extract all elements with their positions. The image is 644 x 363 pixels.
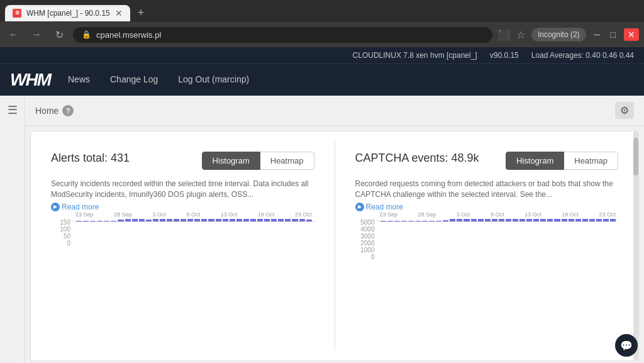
chart-bar xyxy=(547,219,553,221)
chart-bar xyxy=(243,219,249,221)
chart-bar xyxy=(408,221,414,221)
captcha-read-more-icon: ▶ xyxy=(355,203,364,211)
scrollbar[interactable] xyxy=(633,131,638,360)
toolbar-bar: ← → ↻ 🔒 cpanel.mserwis.pl ⬛ ☆ Incognito … xyxy=(0,22,644,47)
browser-close-button[interactable]: ✕ xyxy=(624,28,639,41)
scrollbar-thumb[interactable] xyxy=(633,138,638,176)
menu-icon[interactable]: ☰ xyxy=(8,103,18,117)
chart-bar xyxy=(230,219,235,221)
chart-bar xyxy=(97,221,103,221)
cast-icon[interactable]: ⬛ xyxy=(497,29,510,41)
chart-bar xyxy=(104,221,109,221)
help-icon[interactable]: ? xyxy=(62,105,74,116)
minimize-icon[interactable]: ─ xyxy=(594,30,601,40)
tab-close-button[interactable]: ✕ xyxy=(115,9,123,18)
captcha-x-axis: 23 Sep 28 Sep 3 Oct 8 Oct 13 Oct 18 Oct … xyxy=(377,210,619,219)
chart-bar xyxy=(187,219,193,221)
chart-bar xyxy=(76,221,82,221)
chart-bar xyxy=(422,221,428,221)
version-info: v90.0.15 xyxy=(490,51,519,60)
profile-button[interactable]: Incognito (2) xyxy=(531,28,586,42)
forward-button[interactable]: → xyxy=(28,26,45,43)
chart-bar xyxy=(216,219,221,221)
chart-bar xyxy=(257,219,263,221)
chart-bar xyxy=(499,219,504,221)
chart-bar xyxy=(250,219,256,221)
chart-bar xyxy=(132,219,138,221)
nav-news[interactable]: News xyxy=(65,65,92,94)
chart-bar xyxy=(208,219,214,221)
captcha-card: CAPTCHA events: 48.9k Histogram Heatmap … xyxy=(345,142,629,350)
alerts-x-axis: 23 Sep 28 Sep 3 Oct 8 Oct 13 Oct 18 Oct … xyxy=(73,210,314,219)
chart-bar xyxy=(223,219,228,221)
chart-bar xyxy=(139,219,145,221)
settings-button[interactable]: ⚙ xyxy=(615,102,634,119)
back-button[interactable]: ← xyxy=(5,26,23,43)
tab-title: WHM [cpanel_] - 90.0.15 xyxy=(26,9,110,18)
chart-bar xyxy=(457,219,462,221)
chart-bar xyxy=(278,219,284,221)
chart-bar xyxy=(492,219,497,221)
chart-bar xyxy=(478,219,484,221)
chart-bar xyxy=(174,219,179,221)
captcha-histogram-button[interactable]: Histogram xyxy=(506,152,564,170)
whm-app: CLOUDLINUX 7.8 xen hvm [cpanel_] v90.0.1… xyxy=(0,47,644,363)
chart-bar xyxy=(201,219,207,221)
chart-bar xyxy=(387,221,393,221)
chart-bar xyxy=(306,220,312,221)
chart-bar xyxy=(603,219,609,221)
support-button[interactable]: 💬 xyxy=(615,334,638,357)
active-tab[interactable]: ⚙ WHM [cpanel_] - 90.0.15 ✕ xyxy=(5,5,130,21)
reload-button[interactable]: ↻ xyxy=(50,26,68,43)
chart-bar xyxy=(125,219,131,221)
chart-bar xyxy=(271,219,277,221)
alerts-card: Alerts total: 431 Histogram Heatmap Secu… xyxy=(41,142,325,350)
lock-icon: 🔒 xyxy=(82,30,91,39)
captcha-plot xyxy=(377,219,619,222)
alerts-heatmap-button[interactable]: Heatmap xyxy=(260,152,314,170)
chart-bar xyxy=(569,219,574,221)
chart-bar xyxy=(160,219,165,221)
chart-bar xyxy=(450,219,455,221)
chart-bar xyxy=(292,219,297,221)
breadcrumb-bar: Home ? ⚙ xyxy=(25,96,644,126)
chart-bar xyxy=(540,219,546,221)
chart-bar xyxy=(533,219,539,221)
chart-bar xyxy=(519,219,525,221)
content-area: ☰ Home ? ⚙ Alerts total: 431 xyxy=(0,96,644,363)
nav-changelog[interactable]: Change Log xyxy=(108,65,160,94)
alerts-plot xyxy=(73,219,314,222)
address-text: cpanel.mserwis.pl xyxy=(96,30,161,40)
captcha-heatmap-button[interactable]: Heatmap xyxy=(564,152,618,170)
chart-bar xyxy=(194,219,200,221)
chart-bar xyxy=(589,219,595,221)
captcha-toggle-group: Histogram Heatmap xyxy=(506,152,618,170)
chart-bar xyxy=(562,219,567,221)
alerts-toggle-group: Histogram Heatmap xyxy=(202,152,314,170)
chart-bar xyxy=(513,219,518,221)
alerts-histogram-button[interactable]: Histogram xyxy=(202,152,260,170)
maximize-icon[interactable]: □ xyxy=(611,30,616,40)
alerts-desc: Security incidents recorded within the s… xyxy=(51,179,314,200)
main-content: Home ? ⚙ Alerts total: 431 xyxy=(25,96,644,363)
whm-top-info: CLOUDLINUX 7.8 xen hvm [cpanel_] v90.0.1… xyxy=(353,51,634,60)
chart-bar xyxy=(180,219,186,221)
chart-bar xyxy=(464,219,469,221)
chart-bar xyxy=(415,221,421,221)
chart-bar xyxy=(526,219,532,221)
tab-bar: ⚙ WHM [cpanel_] - 90.0.15 ✕ + xyxy=(0,0,644,22)
address-bar[interactable]: 🔒 cpanel.mserwis.pl xyxy=(73,27,492,43)
chart-bar xyxy=(111,221,116,221)
nav-logout[interactable]: Log Out (marcinp) xyxy=(175,65,252,94)
chart-bar xyxy=(285,219,291,221)
chart-bar xyxy=(554,219,560,221)
new-tab-button[interactable]: + xyxy=(133,4,150,22)
chart-bar xyxy=(167,219,172,221)
chart-bar xyxy=(575,219,581,221)
chart-bar xyxy=(471,219,477,221)
card-divider xyxy=(335,142,335,350)
chart-bar xyxy=(610,219,616,221)
chart-bar xyxy=(596,219,602,221)
dashboard: Alerts total: 431 Histogram Heatmap Secu… xyxy=(30,131,639,361)
bookmark-icon[interactable]: ☆ xyxy=(516,29,525,41)
